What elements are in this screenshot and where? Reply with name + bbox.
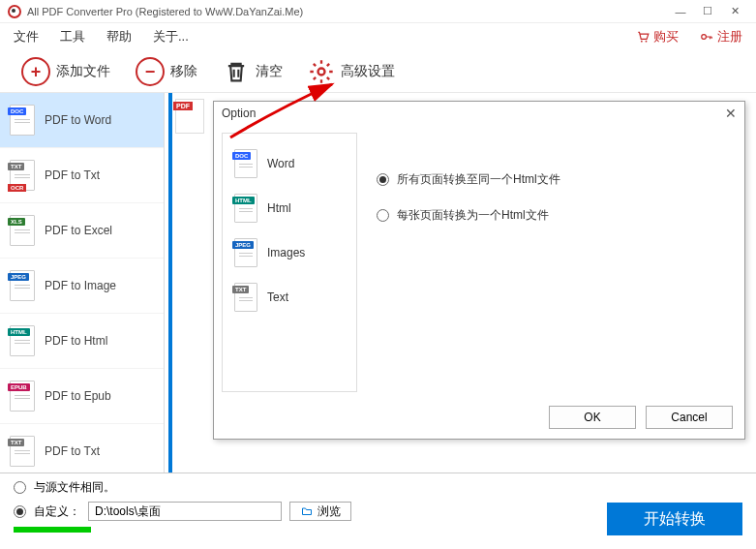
sidebar-item-pdf-to-excel[interactable]: XLSPDF to Excel xyxy=(0,203,164,259)
pdf-tag: PDF xyxy=(173,102,193,110)
sidebar-item-pdf-to-image[interactable]: JPEGPDF to Image xyxy=(0,259,164,314)
option-item-word[interactable]: DOCWord xyxy=(230,141,348,186)
pdf-file-item[interactable]: PDF xyxy=(175,99,204,134)
sidebar-item-pdf-to-word[interactable]: DOCPDF to Word xyxy=(0,93,164,148)
sidebar[interactable]: DOCPDF to WordTXTOCRPDF to TxtXLSPDF to … xyxy=(0,93,165,473)
minus-icon: − xyxy=(136,57,165,86)
custom-label: 自定义： xyxy=(34,503,80,520)
file-icon: JPEG xyxy=(234,238,257,267)
sidebar-item-pdf-to-epub[interactable]: EPUBPDF to Epub xyxy=(0,369,164,424)
remove-button[interactable]: − 移除 xyxy=(128,53,205,90)
sidebar-item-label: PDF to Image xyxy=(45,279,116,292)
file-icon: DOC xyxy=(234,149,257,178)
clear-button[interactable]: 清空 xyxy=(215,54,290,89)
window-title: All PDF Converter Pro (Registered to WwW… xyxy=(27,6,667,17)
titlebar: All PDF Converter Pro (Registered to WwW… xyxy=(0,0,756,23)
dialog-titlebar: Option ✕ xyxy=(214,102,744,125)
browse-button[interactable]: 浏览 xyxy=(289,502,351,521)
radio-all-pages-one-file[interactable] xyxy=(377,173,389,186)
option-item-images[interactable]: JPEGImages xyxy=(230,230,348,275)
menubar: 文件 工具 帮助 关于... 购买 注册 xyxy=(0,23,756,50)
file-icon: HTML xyxy=(234,194,257,223)
dialog-title: Option xyxy=(222,107,256,120)
radio-each-page-file[interactable] xyxy=(377,209,389,222)
file-icon: TXTOCR xyxy=(10,160,35,191)
minimize-button[interactable]: — xyxy=(667,2,694,21)
progress-bar xyxy=(14,527,91,533)
maximize-button[interactable]: ☐ xyxy=(694,2,721,21)
add-file-button[interactable]: + 添加文件 xyxy=(14,53,118,90)
same-as-source-radio[interactable] xyxy=(14,481,26,494)
file-icon: DOC xyxy=(10,105,35,136)
sidebar-item-pdf-to-txt[interactable]: TXTPDF to Txt xyxy=(0,424,164,473)
menu-file[interactable]: 文件 xyxy=(14,28,39,46)
menu-tools[interactable]: 工具 xyxy=(60,28,85,46)
start-convert-button[interactable]: 开始转换 xyxy=(607,503,742,535)
menu-help[interactable]: 帮助 xyxy=(106,28,132,46)
svg-point-2 xyxy=(702,35,707,40)
output-path-input[interactable] xyxy=(88,502,282,521)
sidebar-item-label: PDF to Txt xyxy=(45,168,100,182)
menu-about[interactable]: 关于... xyxy=(153,28,189,46)
option-dialog: Option ✕ DOCWordHTMLHtmlJPEGImagesTXTTex… xyxy=(213,101,745,440)
svg-point-1 xyxy=(646,41,648,43)
option-item-html[interactable]: HTMLHtml xyxy=(230,186,348,230)
radio-label-1: 所有页面转换至同一个Html文件 xyxy=(397,171,560,188)
file-icon: TXT xyxy=(234,283,257,312)
app-icon xyxy=(8,5,21,18)
option-label: Html xyxy=(267,201,291,215)
settings-button[interactable]: 高级设置 xyxy=(300,54,403,89)
option-label: Text xyxy=(267,290,288,304)
svg-point-0 xyxy=(641,41,643,43)
option-label: Word xyxy=(267,157,294,170)
close-button[interactable]: ✕ xyxy=(721,2,748,21)
ok-button[interactable]: OK xyxy=(549,406,636,429)
file-icon: TXT xyxy=(10,436,35,467)
file-icon: HTML xyxy=(10,325,35,356)
plus-icon: + xyxy=(21,57,50,86)
file-list-pane: PDF xyxy=(172,93,207,473)
option-label: Images xyxy=(267,246,305,259)
toolbar: + 添加文件 − 移除 清空 高级设置 xyxy=(0,50,756,93)
radio-label-2: 每张页面转换为一个Html文件 xyxy=(397,207,549,224)
register-link[interactable]: 注册 xyxy=(700,28,742,46)
sidebar-item-pdf-to-txt[interactable]: TXTOCRPDF to Txt xyxy=(0,148,164,203)
sidebar-item-label: PDF to Txt xyxy=(45,444,100,458)
file-icon: EPUB xyxy=(10,381,35,412)
file-icon: XLS xyxy=(10,215,35,246)
cancel-button[interactable]: Cancel xyxy=(646,406,733,429)
svg-point-3 xyxy=(318,68,325,75)
sidebar-item-label: PDF to Excel xyxy=(45,224,112,237)
custom-path-radio[interactable] xyxy=(14,505,26,518)
file-icon: JPEG xyxy=(10,270,35,301)
sidebar-item-label: PDF to Html xyxy=(45,334,107,348)
dialog-close-button[interactable]: ✕ xyxy=(725,106,737,121)
buy-link[interactable]: 购买 xyxy=(636,28,679,46)
folder-icon xyxy=(300,505,314,517)
key-icon xyxy=(700,30,713,44)
trash-icon xyxy=(223,58,250,85)
cart-icon xyxy=(636,30,650,44)
dialog-format-list: DOCWordHTMLHtmlJPEGImagesTXTText xyxy=(222,133,357,392)
gear-icon xyxy=(308,58,335,85)
sidebar-item-label: PDF to Epub xyxy=(45,389,111,403)
sidebar-item-label: PDF to Word xyxy=(45,113,111,127)
dialog-options-pane: 所有页面转换至同一个Html文件 每张页面转换为一个Html文件 xyxy=(357,133,737,392)
option-item-text[interactable]: TXTText xyxy=(230,275,348,320)
sidebar-item-pdf-to-html[interactable]: HTMLPDF to Html xyxy=(0,314,164,369)
same-as-source-label: 与源文件相同。 xyxy=(34,479,115,496)
